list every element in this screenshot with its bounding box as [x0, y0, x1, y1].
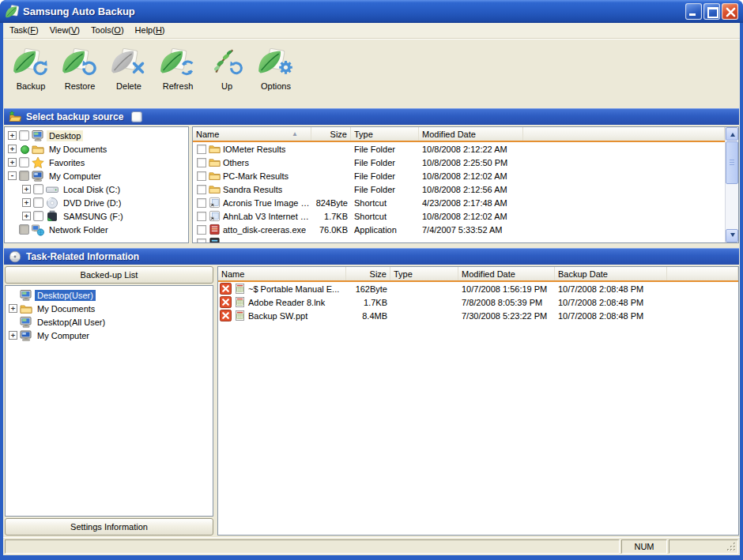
vertical-scrollbar[interactable]: [725, 127, 738, 242]
red-x-icon[interactable]: [220, 310, 232, 321]
backup-row[interactable]: ~$ Portable Manual E... 162Byte 10/7/200…: [218, 282, 738, 295]
backup-navigation: Backed-up List Desktop(User) + My Docume…: [4, 266, 214, 536]
close-button[interactable]: [722, 3, 738, 20]
refresh-button[interactable]: Refresh: [153, 43, 202, 104]
checkbox[interactable]: [197, 185, 206, 194]
checkbox[interactable]: [197, 145, 206, 154]
green-dot-checkbox[interactable]: [19, 144, 29, 154]
column-modified-date[interactable]: Modified Date: [458, 267, 555, 280]
checkbox[interactable]: [197, 198, 206, 208]
checkbox[interactable]: [197, 225, 206, 235]
file-row[interactable]: IOMeter Results File Folder 10/8/2008 2:…: [193, 142, 725, 156]
file-row-partial[interactable]: [193, 236, 725, 242]
expander-icon[interactable]: +: [9, 304, 17, 313]
select-all-checkbox[interactable]: [131, 111, 142, 122]
tree-item-my-computer[interactable]: - My Computer: [5, 169, 188, 182]
scroll-up-button[interactable]: [726, 127, 738, 141]
column-name[interactable]: Name: [218, 267, 346, 280]
resize-grip-icon[interactable]: [726, 542, 737, 552]
restore-leaf-icon: [61, 43, 99, 80]
file-row[interactable]: Sandra Results File Folder 10/8/2008 2:1…: [193, 182, 725, 196]
backup-row[interactable]: Backup SW.ppt 8.4MB 7/30/2008 5:23:22 PM…: [218, 309, 738, 322]
tree-item-desktop-all-user[interactable]: Desktop(All User): [6, 315, 213, 329]
backup-button[interactable]: Backup: [6, 43, 55, 104]
scroll-thumb[interactable]: [726, 141, 738, 184]
file-row[interactable]: PC-Mark Results File Folder 10/8/2008 2:…: [193, 169, 725, 182]
expander-icon[interactable]: +: [9, 331, 17, 340]
tree-item-dvd-drive-d[interactable]: + DVD Drive (D:): [5, 196, 188, 209]
expander-icon[interactable]: +: [22, 212, 31, 220]
column-size[interactable]: Size: [311, 127, 351, 141]
menu-help[interactable]: Help(H): [130, 24, 172, 37]
column-backup-date[interactable]: Backup Date: [555, 267, 667, 280]
checkbox[interactable]: [33, 211, 43, 221]
menu-task[interactable]: Task(F): [5, 24, 45, 37]
column-name[interactable]: Name ▲: [193, 127, 311, 141]
file-row[interactable]: atto_disk-creeras.exe 76.0KB Application…: [193, 223, 725, 236]
file-row[interactable]: Acronis True Image H... 824Byte Shortcut…: [193, 196, 725, 209]
backup-leaf-icon: [12, 43, 50, 80]
delete-button[interactable]: Delete: [104, 43, 153, 104]
menu-tools[interactable]: Tools(O): [86, 24, 130, 37]
options-button[interactable]: Options: [251, 43, 300, 104]
minimize-button[interactable]: [685, 3, 702, 20]
tree-item-samsung-f[interactable]: + SAMSUNG (F:): [5, 209, 188, 223]
tree-item-my-computer[interactable]: + My Computer: [6, 329, 213, 342]
tree-item-desktop[interactable]: + Desktop: [5, 129, 188, 142]
checkbox[interactable]: [197, 158, 206, 167]
file-row[interactable]: AhnLab V3 Internet S... 1.7KB Shortcut 1…: [193, 209, 725, 223]
settings-information-button[interactable]: Settings Information: [5, 518, 213, 536]
checkbox[interactable]: [33, 184, 43, 194]
column-type[interactable]: Type: [390, 267, 458, 280]
menu-view[interactable]: View(V): [45, 24, 86, 37]
status-message-pane: [5, 539, 620, 554]
partial-checkbox[interactable]: [19, 224, 29, 235]
app-leaf-icon: [5, 5, 19, 19]
tree-item-my-documents[interactable]: + My Documents: [5, 142, 188, 156]
refresh-label: Refresh: [163, 81, 194, 91]
tree-item-my-documents[interactable]: + My Documents: [6, 302, 213, 315]
column-empty: [667, 267, 738, 280]
checkbox[interactable]: [19, 157, 29, 167]
expander-icon[interactable]: +: [8, 131, 17, 140]
file-row[interactable]: Others File Folder 10/8/2008 2:25:50 PM: [193, 156, 725, 169]
column-type[interactable]: Type: [351, 127, 419, 141]
checkbox[interactable]: [33, 197, 43, 208]
checkbox[interactable]: [197, 239, 206, 243]
scroll-down-button[interactable]: [726, 229, 738, 242]
tree-item-favorites[interactable]: + Favorites: [5, 156, 188, 169]
up-button[interactable]: Up: [202, 43, 251, 104]
folder-icon: [32, 143, 44, 156]
backup-row[interactable]: Adobe Reader 8.lnk 1.7KB 7/8/2008 8:05:3…: [218, 295, 738, 309]
backed-up-file-list: Name Size Type Modified Date Backup Date: [217, 266, 739, 536]
folder-icon: [209, 170, 221, 182]
checkbox[interactable]: [19, 130, 29, 141]
tree-item-desktop-user[interactable]: Desktop(User): [6, 288, 213, 302]
tree-item-local-disk-c[interactable]: + Local Disk (C:): [5, 182, 188, 196]
usb-drive-icon: [46, 210, 58, 223]
restore-button[interactable]: Restore: [55, 43, 104, 104]
column-size[interactable]: Size: [346, 267, 390, 280]
backed-up-list-button[interactable]: Backed-up List: [5, 266, 213, 284]
red-x-icon[interactable]: [220, 296, 232, 308]
title-bar[interactable]: Samsung Auto Backup: [0, 0, 743, 23]
expander-icon[interactable]: +: [8, 145, 17, 153]
partial-checkbox[interactable]: [19, 171, 29, 181]
checkbox[interactable]: [197, 171, 206, 181]
expander-icon[interactable]: -: [8, 171, 17, 180]
red-x-icon[interactable]: [220, 283, 232, 295]
maximize-button[interactable]: [703, 3, 720, 20]
tree-item-network-folder[interactable]: Network Folder: [5, 223, 188, 236]
window-title: Samsung Auto Backup: [23, 6, 685, 17]
expander-icon[interactable]: +: [22, 198, 31, 207]
source-tree: + Desktop + My Documents + Favorites: [4, 126, 189, 243]
expander-icon[interactable]: +: [8, 158, 17, 167]
select-backup-source-header: Select backup source: [4, 108, 739, 125]
expander-icon[interactable]: +: [22, 185, 31, 194]
scroll-track[interactable]: [726, 185, 738, 229]
options-gear-leaf-icon: [257, 43, 295, 80]
column-modified-date[interactable]: Modified Date: [419, 127, 523, 141]
checkbox[interactable]: [197, 212, 206, 221]
status-bar: NUM: [3, 537, 740, 555]
computer-icon: [20, 329, 32, 342]
